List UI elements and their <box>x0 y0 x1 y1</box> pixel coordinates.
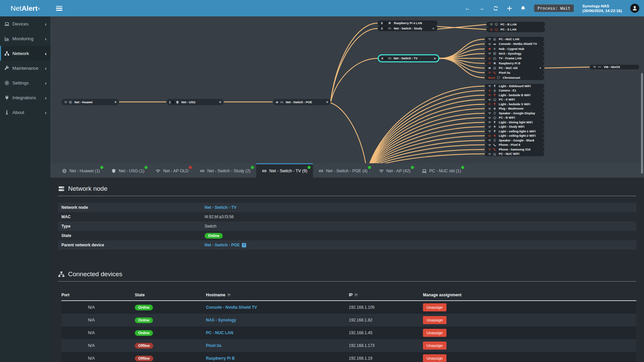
topology-device[interactable]: 5Raspberry Pi 4 LAN <box>378 20 437 26</box>
topology-device[interactable]: PC - S WiFi <box>485 98 544 102</box>
topology-device[interactable]: Phone - Samsung S10 <box>485 147 544 152</box>
notifications-bell-icon[interactable] <box>521 6 526 11</box>
switch-icon <box>319 169 323 173</box>
tab-net-ap-old[interactable]: Net - AP OLD <box>150 163 194 178</box>
back-arrow-icon[interactable]: ← <box>465 5 471 12</box>
host-info: Synology-NAS (26/06/2024, 14:22:16) <box>582 4 622 13</box>
topology-device[interactable]: PC - B LAN <box>486 22 545 27</box>
sitemap-icon <box>58 271 65 278</box>
hostname-link[interactable]: NAS - Synology <box>206 318 236 322</box>
chevron-left-icon: ‹ <box>45 80 47 85</box>
port-chip-icon <box>172 101 174 104</box>
topology-device[interactable]: PC - B WiFi <box>485 116 544 120</box>
sidebar-item-integrations[interactable]: Integrations‹ <box>0 90 50 105</box>
network-node-section-title: Network node <box>58 185 636 192</box>
topology-device[interactable]: PC - NUC LAN <box>485 37 544 42</box>
topology-device[interactable]: Light - Dining light WiFi <box>485 120 544 125</box>
tab-net-switch-tv-9-[interactable]: Net - Switch - TV (9) <box>256 163 313 178</box>
hostname-link[interactable]: Console - Nvidia Shield TV <box>206 305 257 310</box>
column-header-hostname[interactable]: Hostname <box>206 293 349 297</box>
sidebar-item-devices[interactable]: Devices‹ <box>0 16 50 31</box>
cast-icon <box>497 76 500 79</box>
hostname-link[interactable]: Raspberry Pi B <box>206 356 235 361</box>
unassign-button[interactable]: Unassign <box>423 303 446 311</box>
raspberry-icon <box>388 21 391 25</box>
topology-device[interactable]: Camera - E1 <box>485 88 544 93</box>
topology-device[interactable]: NAS - Synology <box>485 51 544 56</box>
topology-device[interactable]: TV - Frame LAN <box>485 56 544 61</box>
topology-node-usg[interactable]: 1Net - USG <box>166 99 224 105</box>
topology-device[interactable]: Light - Sideboard WiFi <box>485 84 544 88</box>
topology-node-huawei[interactable]: Net - Huawei <box>61 99 119 105</box>
node-connector-square <box>326 101 328 103</box>
hostname-link[interactable]: PC - NUC LAN <box>206 330 233 335</box>
field-value: f4:92:bf:a3:f3:56 <box>205 215 234 219</box>
unassign-button[interactable]: Unassign <box>423 316 446 324</box>
column-header-ip[interactable]: IP <box>349 293 423 297</box>
topology-device[interactable]: Hub - Cygnet Hub <box>485 47 544 51</box>
wifi-icon <box>488 62 491 65</box>
tab-net-huawei-1-[interactable]: Net - Huawei (1) <box>56 163 106 178</box>
topology-device[interactable]: Speaker - Google Display <box>485 111 544 116</box>
topology-node-tv[interactable]: 4Net - Switch - TV <box>378 54 439 62</box>
page-scrollbar[interactable] <box>641 73 643 174</box>
hostname-link[interactable]: Pixel-3a <box>206 343 221 348</box>
device-label: Net - Switch - Study <box>394 27 422 30</box>
sidebar-item-settings[interactable]: Settings‹ <box>0 75 50 90</box>
sidebar-item-monitoring[interactable]: Monitoring‹ <box>0 31 50 46</box>
node-link[interactable]: Net - Switch - TV <box>205 205 236 210</box>
topology-device[interactable]: VM - NixOS <box>590 65 639 69</box>
topology-device[interactable]: Light - ceiling-light-2 WiFi <box>485 134 544 138</box>
topology-device[interactable]: Plug - Washroom <box>485 107 544 111</box>
refresh-icon[interactable] <box>493 6 498 11</box>
ethernet-icon <box>275 101 279 104</box>
tab-net-switch-study-2-[interactable]: Net - Switch - Study (2) <box>194 163 256 178</box>
cell-ip: 192.168.1.173 <box>349 343 423 348</box>
wifi-icon <box>488 125 491 129</box>
tab-pc-nuc-old-1-[interactable]: PC - NUC old (1) <box>416 163 467 178</box>
sidebar-item-network[interactable]: Network‹ <box>0 46 50 61</box>
tab-net-ap-42-[interactable]: Net - AP (42) <box>373 163 416 178</box>
app-logo[interactable]: NetAlertx <box>0 0 50 16</box>
network-topology-canvas[interactable]: Net - Huawei1Net - USGNet - Switch - POE… <box>50 16 644 163</box>
ethernet-icon <box>488 66 491 70</box>
port-count: 3 <box>381 27 383 30</box>
sidebar-item-maintenance[interactable]: Maintenance‹ <box>0 61 50 75</box>
topology-device[interactable]: NoneChromecast <box>485 75 544 80</box>
fullscreen-move-icon[interactable] <box>507 6 512 11</box>
topology-device[interactable]: Light - Study WiFi <box>485 125 544 129</box>
topology-device[interactable]: PC - NUC WiFi <box>485 152 544 157</box>
wifi-icon <box>488 143 491 147</box>
forward-arrow-icon[interactable]: → <box>479 5 485 12</box>
topology-device[interactable]: Light - bedside B WiFi <box>485 93 544 98</box>
topology-node-poe[interactable]: Net - Switch - POE <box>273 99 331 105</box>
field-value: Online <box>205 233 223 239</box>
node-link[interactable]: Net - Switch - POE <box>205 243 240 247</box>
chevron-left-icon: ‹ <box>45 110 47 115</box>
topology-device[interactable]: PC - S LAN <box>486 27 545 33</box>
sidebar-item-about[interactable]: About‹ <box>0 105 50 120</box>
unassign-button[interactable]: Unassign <box>423 354 446 362</box>
port-chip-icon <box>384 57 387 60</box>
topology-device[interactable]: Pixel-3a <box>485 70 544 75</box>
topology-device[interactable]: Raspberry Pi B <box>485 61 544 65</box>
wifi-icon <box>488 148 491 151</box>
topology-device[interactable]: Console - Nvidia Shield TV <box>485 42 544 46</box>
process-status-badge[interactable]: Process: Wait <box>534 4 574 12</box>
tab-net-switch-poe-4-[interactable]: Net - Switch - POE (4) <box>313 163 373 178</box>
avatar[interactable] <box>630 4 639 13</box>
topology-device[interactable]: Light - bedside S WiFi <box>485 102 544 107</box>
topology-device[interactable]: Speaker - Google - Black <box>485 138 544 143</box>
topology-device[interactable]: Phone - Pixel 6 <box>485 143 544 147</box>
tab-net-usg-1-[interactable]: Net - USG (1) <box>106 163 150 178</box>
unassign-button[interactable]: Unassign <box>423 342 446 350</box>
topology-device[interactable]: 3Net - Switch - Study <box>378 26 437 31</box>
hamburger-menu-icon[interactable] <box>56 6 62 11</box>
cell-port: N/A <box>61 330 135 335</box>
external-link-icon[interactable]: ↗ <box>242 243 246 247</box>
unassign-button[interactable]: Unassign <box>423 329 446 337</box>
wifi-icon <box>488 116 491 120</box>
topology-device[interactable]: PC - NUC old <box>485 66 544 70</box>
speaker-icon <box>493 112 496 115</box>
topology-device[interactable]: Light - ceiling-light-1 WiFi <box>485 129 544 134</box>
